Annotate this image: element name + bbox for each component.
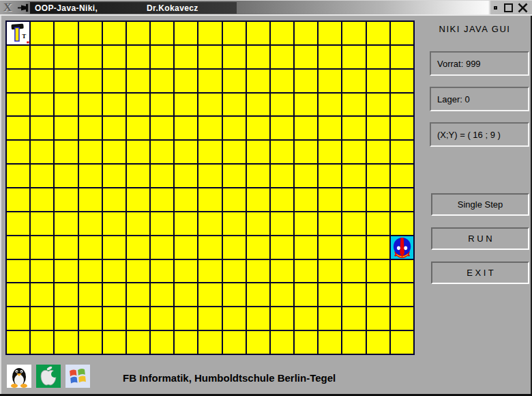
board-cell-10-3[interactable] bbox=[246, 93, 270, 117]
board-cell-0-9[interactable] bbox=[6, 236, 30, 259]
board-cell-2-7[interactable] bbox=[54, 188, 78, 212]
board-cell-14-6[interactable] bbox=[342, 164, 366, 188]
board-cell-11-5[interactable] bbox=[270, 140, 294, 164]
board-cell-13-11[interactable] bbox=[318, 283, 342, 307]
board-cell-0-2[interactable] bbox=[6, 69, 30, 93]
board-cell-0-6[interactable] bbox=[6, 164, 30, 188]
board-cell-3-10[interactable] bbox=[78, 259, 102, 283]
board-cell-0-11[interactable] bbox=[6, 283, 30, 307]
board-cell-3-4[interactable] bbox=[78, 116, 102, 140]
board-cell-12-3[interactable] bbox=[294, 93, 318, 117]
board-cell-8-1[interactable] bbox=[198, 45, 222, 69]
board-cell-10-0[interactable] bbox=[246, 21, 270, 45]
board-cell-6-11[interactable] bbox=[150, 283, 174, 307]
board-cell-5-13[interactable] bbox=[126, 330, 150, 354]
board-cell-0-0[interactable]: T bbox=[6, 21, 30, 45]
board-cell-15-10[interactable] bbox=[366, 259, 390, 283]
board-cell-10-4[interactable] bbox=[246, 116, 270, 140]
board-cell-0-1[interactable] bbox=[6, 45, 30, 69]
board-cell-7-12[interactable] bbox=[174, 307, 198, 330]
board-cell-10-6[interactable] bbox=[246, 164, 270, 188]
board-cell-10-10[interactable] bbox=[246, 259, 270, 283]
board-cell-13-4[interactable] bbox=[318, 116, 342, 140]
board-cell-13-6[interactable] bbox=[318, 164, 342, 188]
board-cell-7-4[interactable] bbox=[174, 116, 198, 140]
board-cell-11-2[interactable] bbox=[270, 69, 294, 93]
board-cell-5-10[interactable] bbox=[126, 259, 150, 283]
board-cell-5-0[interactable] bbox=[126, 21, 150, 45]
board-cell-11-11[interactable] bbox=[270, 283, 294, 307]
board-cell-16-3[interactable] bbox=[390, 93, 414, 117]
board-cell-6-9[interactable] bbox=[150, 236, 174, 259]
board-cell-0-7[interactable] bbox=[6, 188, 30, 212]
board-cell-0-3[interactable] bbox=[6, 93, 30, 117]
board-cell-5-1[interactable] bbox=[126, 45, 150, 69]
board-cell-4-13[interactable] bbox=[102, 330, 126, 354]
board-cell-1-11[interactable] bbox=[30, 283, 54, 307]
board-cell-4-5[interactable] bbox=[102, 140, 126, 164]
board-cell-9-1[interactable] bbox=[222, 45, 246, 69]
board-cell-10-13[interactable] bbox=[246, 330, 270, 354]
board-cell-11-10[interactable] bbox=[270, 259, 294, 283]
board-cell-12-4[interactable] bbox=[294, 116, 318, 140]
board-cell-11-1[interactable] bbox=[270, 45, 294, 69]
single-step-button[interactable]: Single Step bbox=[431, 193, 529, 216]
board-cell-3-3[interactable] bbox=[78, 93, 102, 117]
board-cell-16-10[interactable] bbox=[390, 259, 414, 283]
board-cell-12-8[interactable] bbox=[294, 212, 318, 236]
board-cell-15-5[interactable] bbox=[366, 140, 390, 164]
board-cell-14-3[interactable] bbox=[342, 93, 366, 117]
board-cell-5-6[interactable] bbox=[126, 164, 150, 188]
board-cell-14-5[interactable] bbox=[342, 140, 366, 164]
board-cell-1-7[interactable] bbox=[30, 188, 54, 212]
board-cell-8-7[interactable] bbox=[198, 188, 222, 212]
board-cell-10-5[interactable] bbox=[246, 140, 270, 164]
board-cell-1-1[interactable] bbox=[30, 45, 54, 69]
board-cell-11-9[interactable] bbox=[270, 236, 294, 259]
board-cell-5-11[interactable] bbox=[126, 283, 150, 307]
board-cell-1-9[interactable] bbox=[30, 236, 54, 259]
board-cell-8-0[interactable] bbox=[198, 21, 222, 45]
board-cell-8-12[interactable] bbox=[198, 307, 222, 330]
board-cell-6-5[interactable] bbox=[150, 140, 174, 164]
board-cell-12-2[interactable] bbox=[294, 69, 318, 93]
board-cell-13-7[interactable] bbox=[318, 188, 342, 212]
board-cell-9-0[interactable] bbox=[222, 21, 246, 45]
board-cell-15-13[interactable] bbox=[366, 330, 390, 354]
board-cell-13-5[interactable] bbox=[318, 140, 342, 164]
board-cell-7-10[interactable] bbox=[174, 259, 198, 283]
board-cell-5-9[interactable] bbox=[126, 236, 150, 259]
board-cell-1-5[interactable] bbox=[30, 140, 54, 164]
board-cell-3-6[interactable] bbox=[78, 164, 102, 188]
board-cell-15-12[interactable] bbox=[366, 307, 390, 330]
board-cell-2-1[interactable] bbox=[54, 45, 78, 69]
board-cell-4-2[interactable] bbox=[102, 69, 126, 93]
board-cell-4-4[interactable] bbox=[102, 116, 126, 140]
board-cell-2-0[interactable] bbox=[54, 21, 78, 45]
board-cell-1-4[interactable] bbox=[30, 116, 54, 140]
board-cell-15-7[interactable] bbox=[366, 188, 390, 212]
board-cell-13-8[interactable] bbox=[318, 212, 342, 236]
board-cell-8-2[interactable] bbox=[198, 69, 222, 93]
close-button[interactable] bbox=[518, 1, 528, 15]
board-cell-1-0[interactable] bbox=[30, 21, 54, 45]
board-cell-8-13[interactable] bbox=[198, 330, 222, 354]
board-cell-9-10[interactable] bbox=[222, 259, 246, 283]
board-cell-5-7[interactable] bbox=[126, 188, 150, 212]
board-cell-1-12[interactable] bbox=[30, 307, 54, 330]
board-cell-12-13[interactable] bbox=[294, 330, 318, 354]
board-cell-8-10[interactable] bbox=[198, 259, 222, 283]
board-cell-14-11[interactable] bbox=[342, 283, 366, 307]
board-cell-9-9[interactable] bbox=[222, 236, 246, 259]
board-cell-12-10[interactable] bbox=[294, 259, 318, 283]
board-cell-6-1[interactable] bbox=[150, 45, 174, 69]
board-cell-3-7[interactable] bbox=[78, 188, 102, 212]
board-cell-10-12[interactable] bbox=[246, 307, 270, 330]
board-cell-13-3[interactable] bbox=[318, 93, 342, 117]
board-cell-1-13[interactable] bbox=[30, 330, 54, 354]
board-cell-15-3[interactable] bbox=[366, 93, 390, 117]
board-cell-5-5[interactable] bbox=[126, 140, 150, 164]
board-cell-2-4[interactable] bbox=[54, 116, 78, 140]
board-cell-15-8[interactable] bbox=[366, 212, 390, 236]
board-cell-3-11[interactable] bbox=[78, 283, 102, 307]
